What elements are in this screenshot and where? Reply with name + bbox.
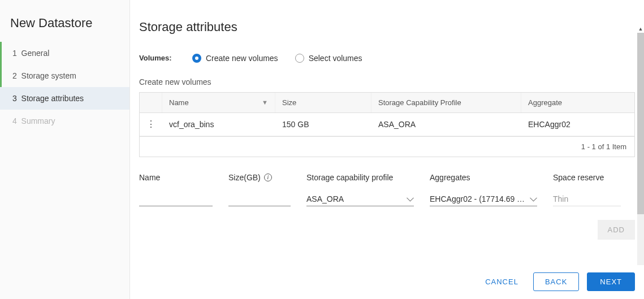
wizard-sidebar: New Datastore 1 General 2 Storage system… (0, 0, 130, 299)
scroll-thumb[interactable] (637, 33, 644, 214)
radio-create-new-volumes[interactable]: Create new volumes (192, 54, 278, 63)
volumes-label: Volumes: (139, 54, 175, 62)
filter-icon[interactable]: ▼ (262, 99, 268, 106)
col-size[interactable]: Size (275, 93, 371, 112)
size-label-text: Size(GB) (228, 173, 261, 182)
wizard-content: ▲ Storage attributes Volumes: Create new… (130, 0, 644, 299)
cell-aggr: EHCAggr02 (521, 113, 634, 136)
back-button[interactable]: BACK (533, 272, 579, 291)
scrollbar[interactable] (637, 33, 644, 265)
info-icon[interactable]: i (264, 174, 272, 181)
col-name[interactable]: Name ▼ (162, 93, 275, 112)
add-button[interactable]: ADD (598, 220, 635, 240)
scp-label: Storage capability profile (306, 173, 414, 182)
reserve-label: Space reserve (553, 173, 621, 182)
add-volume-form: Name Size(GB) i Storage capability profi… (139, 173, 635, 206)
volumes-table: Name ▼ Size Storage Capability Profile A… (139, 92, 635, 157)
size-label: Size(GB) i (228, 173, 291, 182)
step-general[interactable]: 1 General (0, 42, 129, 64)
step-num: 3 (12, 94, 17, 103)
radio-unselected-icon (295, 54, 304, 63)
table-header: Name ▼ Size Storage Capability Profile A… (140, 93, 634, 113)
step-summary: 4 Summary (0, 110, 129, 132)
name-label: Name (139, 173, 213, 182)
scp-select[interactable]: ASA_ORA (306, 192, 414, 206)
wizard-title: New Datastore (0, 11, 129, 42)
step-num: 4 (12, 116, 17, 125)
table-title: Create new volumes (139, 77, 635, 86)
aggr-select[interactable]: EHCAggr02 - (17714.69 GB) (430, 192, 537, 206)
step-label: Storage attributes (21, 94, 84, 103)
aggr-label: Aggregates (430, 173, 537, 182)
col-scp-label: Storage Capability Profile (378, 98, 461, 107)
name-input[interactable] (139, 192, 213, 206)
next-button[interactable]: NEXT (587, 272, 635, 291)
cancel-button[interactable]: CANCEL (478, 273, 525, 291)
radio-select-volumes[interactable]: Select volumes (295, 54, 362, 63)
cell-scp: ASA_ORA (371, 113, 521, 136)
wizard-steps: 1 General 2 Storage system 3 Storage att… (0, 42, 129, 110)
col-aggr-label: Aggregate (528, 98, 562, 107)
col-scp[interactable]: Storage Capability Profile (371, 93, 521, 112)
col-aggr[interactable]: Aggregate (521, 93, 634, 112)
volumes-mode-row: Volumes: Create new volumes Select volum… (139, 54, 635, 63)
col-name-label: Name (169, 98, 189, 107)
step-num: 1 (12, 49, 17, 58)
step-num: 2 (12, 71, 17, 80)
wizard-footer: CANCEL BACK NEXT (139, 265, 635, 299)
cell-size: 150 GB (275, 113, 371, 136)
radio-label: Select volumes (309, 54, 362, 63)
size-input[interactable] (228, 192, 291, 206)
table-row[interactable]: ⋮ vcf_ora_bins 150 GB ASA_ORA EHCAggr02 (140, 113, 634, 136)
col-size-label: Size (282, 98, 296, 107)
page-title: Storage attributes (139, 20, 635, 34)
col-menu (140, 93, 162, 112)
step-label: Storage system (21, 71, 76, 80)
radio-label: Create new volumes (206, 54, 278, 63)
step-storage-system[interactable]: 2 Storage system (0, 64, 129, 87)
cell-name: vcf_ora_bins (162, 113, 275, 136)
step-label: General (21, 49, 50, 58)
reserve-value: Thin (553, 192, 621, 206)
kebab-menu-icon[interactable]: ⋮ (146, 123, 155, 125)
radio-selected-icon (192, 54, 201, 63)
step-label: Summary (21, 116, 55, 125)
scroll-up-arrow-icon[interactable]: ▲ (637, 26, 644, 33)
wizard-dialog: New Datastore 1 General 2 Storage system… (0, 0, 644, 299)
step-storage-attributes[interactable]: 3 Storage attributes (0, 87, 129, 110)
table-footer: 1 - 1 of 1 Item (140, 136, 634, 157)
